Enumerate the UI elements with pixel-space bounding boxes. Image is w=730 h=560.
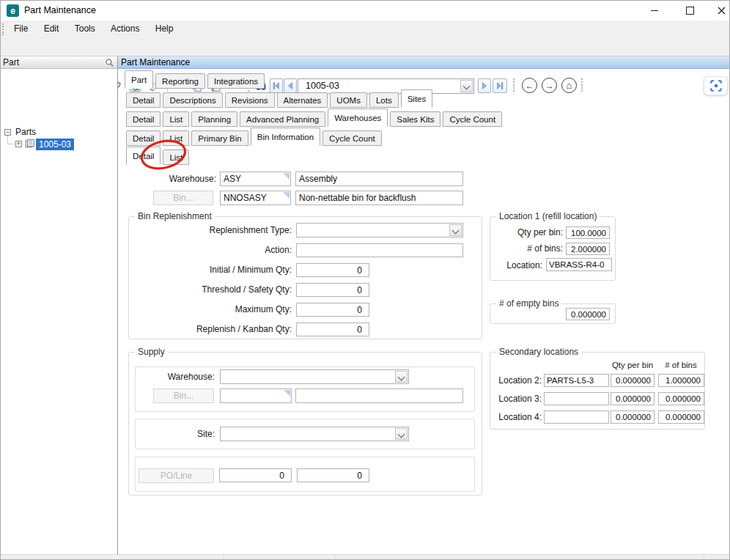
loc1-num-bins-value: 2.000000 [571, 245, 606, 254]
tab-part[interactable]: Part [125, 70, 153, 89]
forward-arrow-icon: → [545, 81, 554, 91]
replenish-kanban-qty-field[interactable]: 0 [296, 323, 369, 336]
menu-tools[interactable]: Tools [68, 21, 102, 38]
tab-reporting[interactable]: Reporting [155, 73, 205, 89]
initial-minimum-qty-field[interactable]: 0 [296, 263, 369, 277]
empty-bins-field[interactable]: 0.000000 [566, 308, 610, 320]
bin-desc-field[interactable]: Non-nettable bin for backflush [295, 191, 463, 205]
tab-alternates[interactable]: Alternates [277, 92, 328, 108]
location3-field[interactable] [544, 392, 609, 405]
replenish-kanban-qty-value: 0 [357, 325, 362, 335]
tab-sites-list[interactable]: List [163, 111, 189, 127]
part-expand-toggle[interactable]: + [15, 141, 22, 147]
location4-qty-field[interactable]: 0.000000 [611, 410, 655, 424]
location3-qty-field[interactable]: 0.000000 [611, 392, 655, 405]
loc1-qty-per-bin-field[interactable]: 100.0000 [566, 226, 610, 239]
location2-label: Location 2: [487, 374, 542, 387]
loc1-num-bins-field[interactable]: 2.000000 [566, 243, 610, 255]
next-record-button[interactable] [478, 78, 491, 93]
supply-warehouse-select[interactable] [220, 369, 409, 384]
po-line-button: PO/Line [139, 468, 214, 483]
close-button[interactable] [712, 0, 730, 21]
tab-cycle-count[interactable]: Cycle Count [443, 111, 502, 127]
maximum-qty-field[interactable]: 0 [296, 303, 369, 317]
location3-bins-value: 0.000000 [666, 394, 701, 403]
last-record-button[interactable] [493, 78, 507, 93]
location3-bins-field[interactable]: 0.000000 [658, 392, 704, 405]
chevron-down-icon [398, 374, 405, 381]
tree-root-parts[interactable]: Parts [15, 127, 36, 137]
tab-bin-info-detail[interactable]: Detail [126, 147, 161, 165]
tab-row-bin-information: Detail List [126, 147, 191, 165]
search-magnifier-icon[interactable] [105, 58, 114, 67]
tab-integrations[interactable]: Integrations [207, 73, 265, 89]
last-record-icon [495, 81, 504, 90]
warehouse-code-field[interactable]: ASY [220, 172, 291, 186]
supply-warehouse-label: Warehouse: [135, 369, 215, 384]
tab-warehouses-cycle-count[interactable]: Cycle Count [322, 130, 382, 146]
maximize-button[interactable] [677, 0, 702, 21]
tab-lots[interactable]: Lots [369, 92, 399, 108]
tab-bin-info-list[interactable]: List [163, 150, 189, 165]
supply-bin-desc-field[interactable] [295, 388, 463, 403]
po-line-value: 0 [357, 471, 362, 481]
po-number-field[interactable]: 0 [219, 468, 292, 482]
tab-sales-kits[interactable]: Sales Kits [390, 111, 440, 127]
tab-row-main: Part Reporting Integrations [125, 70, 267, 89]
tab-primary-bin[interactable]: Primary Bin [191, 130, 248, 146]
tab-advanced-planning[interactable]: Advanced Planning [240, 111, 325, 127]
tab-sites[interactable]: Sites [401, 89, 433, 108]
tab-bin-information[interactable]: Bin Information [251, 128, 320, 146]
warehouse-code-value: ASY [224, 174, 241, 184]
location3-label: Location 3: [487, 392, 542, 405]
supply-bin-code-field[interactable] [220, 388, 292, 403]
forward-button[interactable]: → [542, 78, 557, 93]
loc1-location-field[interactable]: VBRASS-R4-0 [546, 258, 612, 271]
tab-warehouses[interactable]: Warehouses [328, 108, 388, 127]
secondary-qty-per-bin-header: Qty per bin [610, 361, 655, 369]
tab-warehouses-list[interactable]: List [163, 130, 189, 146]
screen-capture-button[interactable] [704, 76, 728, 95]
part-maintenance-window: { "window": {"title": "Part Maintenance"… [0, 0, 730, 560]
menu-actions[interactable]: Actions [104, 21, 146, 38]
tab-detail[interactable]: Detail [126, 92, 161, 108]
tab-revisions[interactable]: Revisions [225, 92, 275, 108]
action-field[interactable] [296, 243, 463, 257]
tab-warehouses-detail[interactable]: Detail [126, 130, 161, 146]
bin-code-field[interactable]: NNOSASY [220, 191, 291, 205]
replenishment-type-dropdown-button[interactable] [449, 224, 462, 236]
site-select[interactable] [220, 427, 409, 441]
location4-bins-field[interactable]: 0.000000 [658, 410, 704, 424]
reference-corner-icon [283, 192, 290, 199]
threshold-safety-qty-field[interactable]: 0 [296, 283, 369, 297]
parts-collapse-toggle[interactable]: − [4, 129, 11, 136]
tree-panel-header: Part [0, 56, 117, 69]
menu-file[interactable]: File [7, 21, 34, 38]
site-dropdown-button[interactable] [395, 428, 408, 440]
warehouse-desc-field[interactable]: Assembly [295, 172, 463, 186]
po-line-field[interactable]: 0 [297, 468, 369, 482]
back-button[interactable]: ← [522, 78, 537, 93]
tab-planning[interactable]: Planning [191, 111, 237, 127]
location4-field[interactable] [544, 410, 609, 424]
replenishment-type-select[interactable] [296, 223, 463, 237]
home-button[interactable]: ⌂ [561, 78, 577, 93]
tab-row-part: Detail Descriptions Revisions Alternates… [126, 89, 435, 108]
close-icon [718, 7, 726, 15]
record-id-dropdown-button[interactable] [460, 80, 473, 92]
menu-edit[interactable]: Edit [37, 21, 66, 38]
tab-uoms[interactable]: UOMs [330, 92, 367, 108]
empty-bins-value: 0.000000 [571, 310, 606, 319]
location2-bins-field[interactable]: 1.000000 [658, 374, 704, 387]
bin-desc-value: Non-nettable bin for backflush [299, 193, 416, 203]
tab-sites-detail[interactable]: Detail [126, 111, 161, 127]
tab-descriptions[interactable]: Descriptions [163, 92, 222, 108]
location2-qty-field[interactable]: 0.000000 [611, 374, 655, 387]
location2-field[interactable]: PARTS-L5-3 [544, 374, 609, 387]
supply-warehouse-dropdown-button[interactable] [395, 371, 408, 383]
minimize-button[interactable] [642, 0, 667, 21]
action-label: Action: [136, 243, 292, 257]
menu-help[interactable]: Help [149, 21, 180, 38]
tree-node-selected-part[interactable]: 1005-03 [36, 139, 74, 150]
home-icon: ⌂ [567, 80, 572, 91]
